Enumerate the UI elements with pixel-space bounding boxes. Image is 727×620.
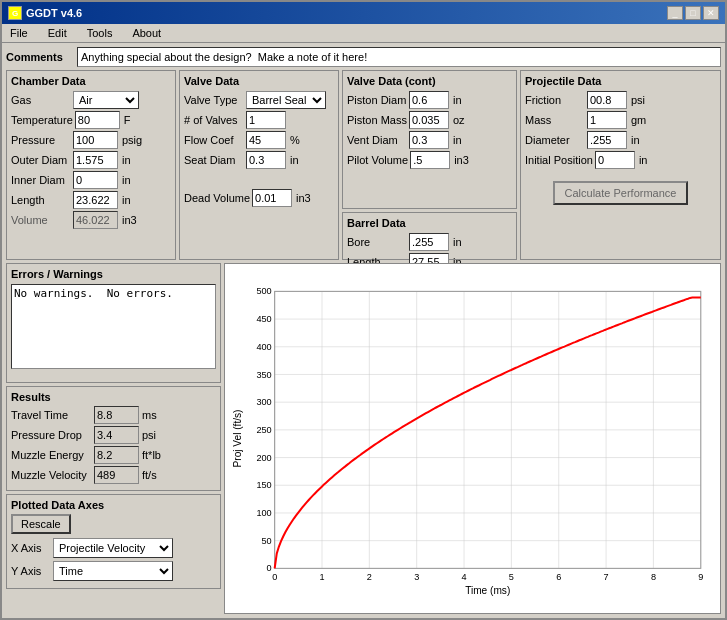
svg-text:450: 450	[256, 314, 271, 324]
mass-input[interactable]	[587, 111, 627, 129]
pressure-drop-label: Pressure Drop	[11, 429, 91, 441]
volume-display	[73, 211, 118, 229]
valve-type-label: Valve Type	[184, 94, 244, 106]
friction-input[interactable]	[587, 91, 627, 109]
bore-input[interactable]	[409, 233, 449, 251]
valve-cont-title: Valve Data (cont)	[347, 75, 512, 87]
comments-row: Comments	[6, 47, 721, 67]
piston-mass-input[interactable]	[409, 111, 449, 129]
piston-diam-label: Piston Diam	[347, 94, 407, 106]
initial-pos-label: Initial Position	[525, 154, 593, 166]
maximize-button[interactable]: □	[685, 6, 701, 20]
length-input[interactable]	[73, 191, 118, 209]
plot-axes-title: Plotted Data Axes	[11, 499, 216, 511]
svg-text:0: 0	[267, 563, 272, 573]
svg-text:200: 200	[256, 453, 271, 463]
seat-diam-label: Seat Diam	[184, 154, 244, 166]
chamber-title: Chamber Data	[11, 75, 171, 87]
svg-text:2: 2	[367, 572, 372, 582]
temperature-label: Temperature	[11, 114, 73, 126]
friction-label: Friction	[525, 94, 585, 106]
y-axis-label: Y Axis	[11, 565, 49, 577]
menu-tools[interactable]: Tools	[83, 26, 117, 40]
chamber-panel: Chamber Data Gas AirCO2NitrogenHelium Te…	[6, 70, 176, 260]
barrel-panel: Barrel Data Bore in Length in	[342, 212, 517, 260]
travel-time-display	[94, 406, 139, 424]
projectile-panel: Projectile Data Friction psi Mass gm Dia…	[520, 70, 721, 260]
gas-label: Gas	[11, 94, 71, 106]
length-label: Length	[11, 194, 71, 206]
menu-edit[interactable]: Edit	[44, 26, 71, 40]
svg-text:50: 50	[261, 536, 271, 546]
inner-diam-input[interactable]	[73, 171, 118, 189]
svg-text:100: 100	[256, 508, 271, 518]
svg-text:400: 400	[256, 342, 271, 352]
svg-text:500: 500	[256, 286, 271, 296]
svg-text:4: 4	[462, 572, 467, 582]
svg-text:350: 350	[256, 370, 271, 380]
svg-text:7: 7	[604, 572, 609, 582]
muzzle-velocity-display	[94, 466, 139, 484]
results-panel: Results Travel Time ms Pressure Drop psi…	[6, 386, 221, 491]
comments-label: Comments	[6, 51, 71, 63]
svg-text:9: 9	[698, 572, 703, 582]
svg-text:1: 1	[319, 572, 324, 582]
bore-label: Bore	[347, 236, 407, 248]
outer-diam-input[interactable]	[73, 151, 118, 169]
calculate-button[interactable]: Calculate Performance	[553, 181, 689, 205]
volume-label: Volume	[11, 214, 71, 226]
num-valves-input[interactable]	[246, 111, 286, 129]
valve-panel: Valve Data Valve Type Barrel SealPoppetD…	[179, 70, 339, 260]
pressure-label: Pressure	[11, 134, 71, 146]
minimize-button[interactable]: _	[667, 6, 683, 20]
svg-text:6: 6	[556, 572, 561, 582]
piston-diam-input[interactable]	[409, 91, 449, 109]
flow-coef-input[interactable]	[246, 131, 286, 149]
svg-text:150: 150	[256, 480, 271, 490]
inner-diam-label: Inner Diam	[11, 174, 71, 186]
comments-input[interactable]	[77, 47, 721, 67]
valve-type-select[interactable]: Barrel SealPoppetDiaphragm	[246, 91, 326, 109]
pressure-input[interactable]	[73, 131, 118, 149]
vent-diam-input[interactable]	[409, 131, 449, 149]
menu-bar: File Edit Tools About	[2, 24, 725, 43]
valve-title: Valve Data	[184, 75, 334, 87]
rescale-button[interactable]: Rescale	[11, 514, 71, 534]
close-button[interactable]: ✕	[703, 6, 719, 20]
pilot-volume-input[interactable]	[410, 151, 450, 169]
seat-diam-input[interactable]	[246, 151, 286, 169]
results-title: Results	[11, 391, 216, 403]
svg-text:8: 8	[651, 572, 656, 582]
svg-text:5: 5	[509, 572, 514, 582]
left-lower: Errors / Warnings Results Travel Time ms…	[6, 263, 221, 614]
errors-panel: Errors / Warnings	[6, 263, 221, 383]
mass-label: Mass	[525, 114, 585, 126]
svg-text:0: 0	[272, 572, 277, 582]
errors-textarea[interactable]	[11, 284, 216, 369]
travel-time-label: Travel Time	[11, 409, 91, 421]
lower-section: Errors / Warnings Results Travel Time ms…	[6, 263, 721, 614]
pilot-volume-label: Pilot Volume	[347, 154, 408, 166]
flow-coef-label: Flow Coef	[184, 134, 244, 146]
svg-text:250: 250	[256, 425, 271, 435]
y-axis-select[interactable]: Time Projectile Velocity Pressure	[53, 561, 173, 581]
valve-cont-panel: Valve Data (cont) Piston Diam in Piston …	[342, 70, 517, 209]
plot-axes-panel: Plotted Data Axes Rescale X Axis Project…	[6, 494, 221, 589]
chart-svg: Proj Vel (ft/s)	[229, 268, 716, 609]
gas-select[interactable]: AirCO2NitrogenHelium	[73, 91, 139, 109]
dead-volume-label: Dead Volume	[184, 192, 250, 204]
menu-about[interactable]: About	[128, 26, 165, 40]
pressure-drop-display	[94, 426, 139, 444]
menu-file[interactable]: File	[6, 26, 32, 40]
valve-barrel-column: Valve Data (cont) Piston Diam in Piston …	[342, 70, 517, 260]
barrel-title: Barrel Data	[347, 217, 512, 229]
x-axis-select[interactable]: Projectile Velocity Time Position	[53, 538, 173, 558]
num-valves-label: # of Valves	[184, 114, 244, 126]
svg-text:300: 300	[256, 397, 271, 407]
temperature-input[interactable]	[75, 111, 120, 129]
initial-pos-input[interactable]	[595, 151, 635, 169]
projectile-title: Projectile Data	[525, 75, 716, 87]
main-panels: Chamber Data Gas AirCO2NitrogenHelium Te…	[6, 70, 721, 260]
diameter-input[interactable]	[587, 131, 627, 149]
dead-volume-input[interactable]	[252, 189, 292, 207]
